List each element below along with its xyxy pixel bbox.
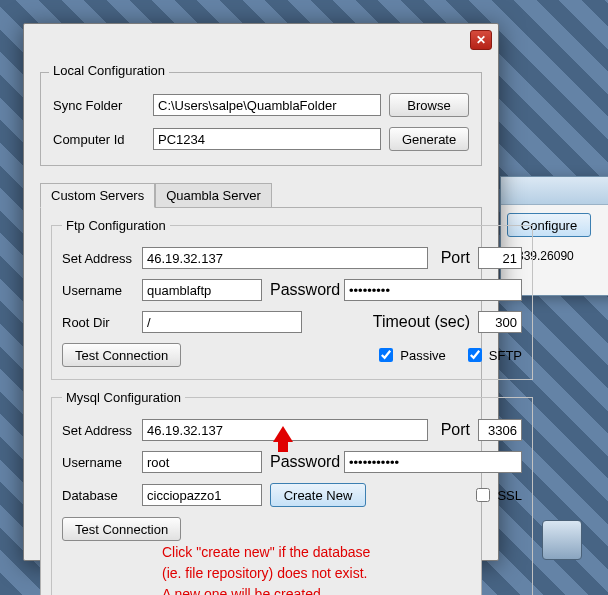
- ftp-port-label: Port: [436, 249, 470, 267]
- ftp-user-label: Username: [62, 283, 134, 298]
- ftp-legend: Ftp Configuration: [62, 218, 170, 233]
- tab-bar: Custom Servers Quambla Server: [40, 182, 482, 207]
- mysql-pwd-label: Password: [270, 453, 336, 471]
- ftp-addr-label: Set Address: [62, 251, 134, 266]
- annotation-arrow-icon: [273, 426, 293, 442]
- desktop-icon[interactable]: [540, 520, 584, 562]
- ftp-port-input[interactable]: [478, 247, 522, 269]
- mysql-addr-label: Set Address: [62, 423, 134, 438]
- tab-content: Ftp Configuration Set Address Port Usern…: [40, 207, 482, 595]
- generate-button[interactable]: Generate: [389, 127, 469, 151]
- close-icon[interactable]: ✕: [470, 30, 492, 50]
- mysql-user-input[interactable]: [142, 451, 262, 473]
- passive-checkbox[interactable]: Passive: [375, 345, 446, 365]
- annotation-line1: Click "create new" if the database: [162, 543, 522, 562]
- ftp-test-button[interactable]: Test Connection: [62, 343, 181, 367]
- annotation-line2: (ie. file repository) does not exist.: [162, 564, 522, 583]
- ssl-label: SSL: [497, 488, 522, 503]
- mysql-db-input[interactable]: [142, 484, 262, 506]
- ssl-checkbox[interactable]: SSL: [472, 485, 522, 505]
- mysql-group: Mysql Configuration Set Address Port Use…: [51, 390, 533, 595]
- computer-id-input[interactable]: [153, 128, 381, 150]
- ftp-user-input[interactable]: [142, 279, 262, 301]
- ftp-timeout-input[interactable]: [478, 311, 522, 333]
- config-dialog: ✕ Local Configuration Sync Folder Browse…: [23, 23, 499, 561]
- ftp-group: Ftp Configuration Set Address Port Usern…: [51, 218, 533, 380]
- sync-folder-label: Sync Folder: [53, 98, 145, 113]
- mysql-port-label: Port: [436, 421, 470, 439]
- mysql-user-label: Username: [62, 455, 134, 470]
- tab-quambla-server[interactable]: Quambla Server: [155, 183, 272, 208]
- ftp-timeout-label: Timeout (sec): [310, 313, 470, 331]
- sync-folder-input[interactable]: [153, 94, 381, 116]
- ftp-pwd-label: Password: [270, 281, 336, 299]
- local-config-group: Local Configuration Sync Folder Browse C…: [40, 72, 482, 166]
- mysql-port-input[interactable]: [478, 419, 522, 441]
- local-config-legend: Local Configuration: [49, 63, 169, 78]
- passive-label: Passive: [400, 348, 446, 363]
- ftp-pwd-input[interactable]: [344, 279, 522, 301]
- mysql-test-button[interactable]: Test Connection: [62, 517, 181, 541]
- sftp-checkbox[interactable]: SFTP: [464, 345, 522, 365]
- computer-id-label: Computer Id: [53, 132, 145, 147]
- annotation-line3: A new one will be created.: [162, 585, 522, 595]
- mysql-db-label: Database: [62, 488, 134, 503]
- background-window-titlebar: [501, 177, 608, 205]
- ftp-root-label: Root Dir: [62, 315, 134, 330]
- mysql-pwd-input[interactable]: [344, 451, 522, 473]
- sftp-label: SFTP: [489, 348, 522, 363]
- browse-button[interactable]: Browse: [389, 93, 469, 117]
- ftp-root-input[interactable]: [142, 311, 302, 333]
- tab-custom-servers[interactable]: Custom Servers: [40, 183, 155, 208]
- ftp-addr-input[interactable]: [142, 247, 428, 269]
- create-new-button[interactable]: Create New: [270, 483, 366, 507]
- mysql-legend: Mysql Configuration: [62, 390, 185, 405]
